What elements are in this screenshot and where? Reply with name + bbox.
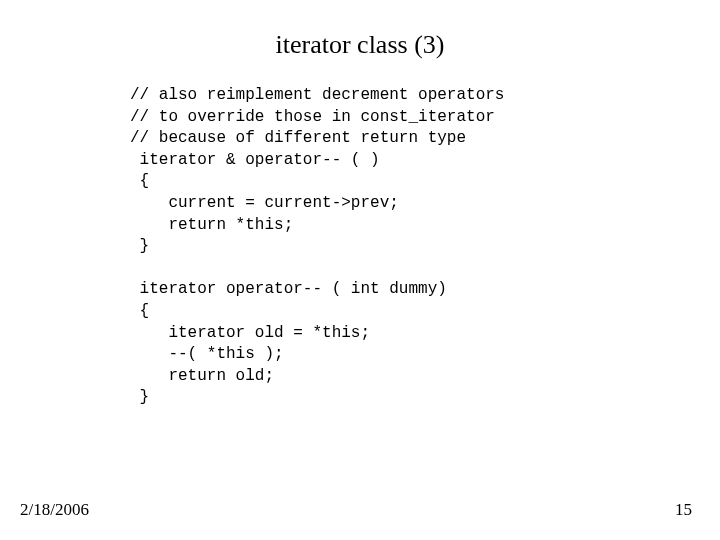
slide: iterator class (3) // also reimplement d… xyxy=(0,0,720,540)
slide-title: iterator class (3) xyxy=(0,30,720,60)
footer-page-number: 15 xyxy=(675,500,692,520)
code-block: // also reimplement decrement operators … xyxy=(130,85,504,409)
footer-date: 2/18/2006 xyxy=(20,500,89,520)
